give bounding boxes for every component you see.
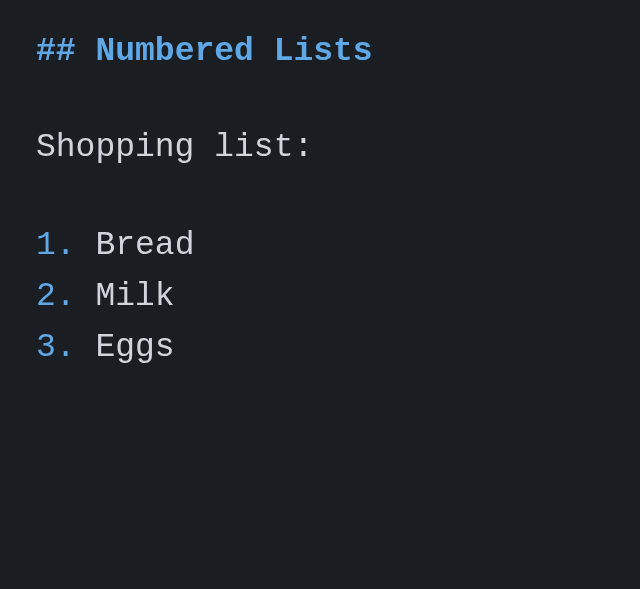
ordered-list: 1. Bread 2. Milk 3. Eggs xyxy=(36,220,604,373)
list-item: 1. Bread xyxy=(36,220,604,271)
list-item-text: Milk xyxy=(95,278,174,315)
section-heading: ## Numbered Lists xyxy=(36,28,604,76)
list-item: 3. Eggs xyxy=(36,322,604,373)
list-item: 2. Milk xyxy=(36,271,604,322)
intro-text: Shopping list: xyxy=(36,124,604,172)
list-item-text: Eggs xyxy=(95,329,174,366)
heading-marker: ## xyxy=(36,33,76,70)
heading-text: Numbered Lists xyxy=(95,33,372,70)
list-marker: 1. xyxy=(36,227,76,264)
list-marker: 3. xyxy=(36,329,76,366)
list-marker: 2. xyxy=(36,278,76,315)
list-item-text: Bread xyxy=(95,227,194,264)
